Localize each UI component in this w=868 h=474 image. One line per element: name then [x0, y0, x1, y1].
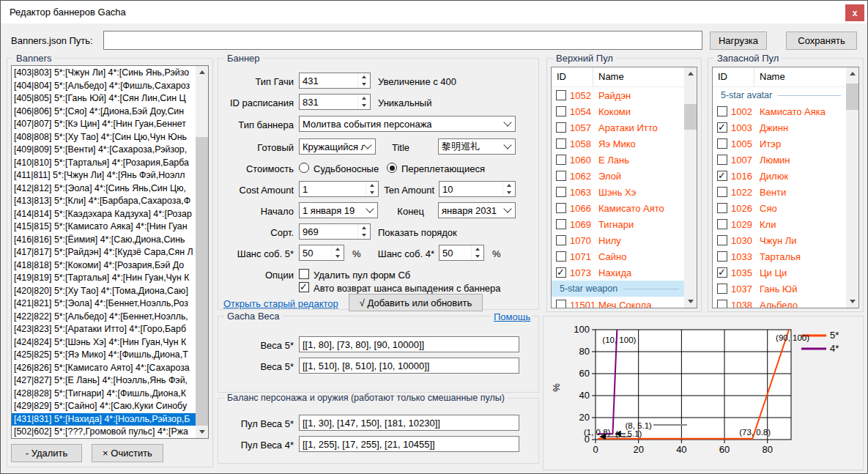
pool-item-checkbox[interactable]	[717, 284, 727, 294]
pool-row[interactable]: 1070Нилу	[552, 232, 684, 248]
upper-pool-scrollbar[interactable]	[684, 67, 697, 308]
help-link[interactable]: Помощь	[492, 311, 532, 322]
title-select[interactable]: 黎明巡礼	[438, 138, 516, 155]
pool-item-checkbox[interactable]	[556, 300, 566, 308]
schedule-id-stepper[interactable]	[299, 94, 371, 110]
banner-list-item[interactable]: [409|809] 5*:[Венти] 4*:[Сахароза,Рэйзор…	[12, 144, 196, 157]
banner-list-item[interactable]: [405|805] 5*:[Гань Юй] 4*:[Сян Лин,Син Ц	[12, 92, 196, 105]
spin-down-icon[interactable]	[332, 253, 344, 260]
reserve-pool-scrollbar[interactable]	[846, 67, 858, 308]
cost-amount-input[interactable]	[300, 182, 366, 196]
banner-list-item[interactable]: [420|820] 5*:[Ху Тао] 4*:[Тома,Диона,Саю…	[12, 285, 196, 298]
pool-row[interactable]: 1063Шэнь Хэ	[552, 184, 684, 200]
scroll-down-icon[interactable]	[684, 295, 697, 308]
banner-list-item[interactable]: [425|825] 5*:[Яэ Мико] 4*:[Фишль,Диона,Т	[12, 349, 196, 362]
spin-up-icon[interactable]	[358, 224, 370, 232]
pool-row[interactable]: 1071Сайно	[552, 248, 684, 264]
weights4-input[interactable]	[299, 358, 519, 374]
pool-row[interactable]: 1038Альбедо	[713, 297, 846, 308]
pool-item-checkbox[interactable]	[717, 138, 727, 149]
pool-item-checkbox[interactable]	[556, 138, 566, 149]
pool-weights4-input[interactable]	[299, 436, 519, 452]
sort-input[interactable]	[300, 224, 357, 239]
pool-row[interactable]: 1062Элой	[552, 168, 684, 184]
banner-list-item[interactable]: [415|815] 5*:[Камисато Аяка] 4*:[Нин Гуа…	[12, 221, 196, 234]
gacha-type-input[interactable]	[300, 73, 357, 88]
banner-list-item[interactable]: [429|829] 5*:[Сайно] 4*:[Саю,Куки Синобу	[12, 400, 196, 413]
pool-item-checkbox[interactable]	[717, 155, 727, 165]
banner-list-item[interactable]: [428|828] 5*:[Тигнари] 4*:[Фишль,Диона,К	[12, 388, 196, 401]
pool-row[interactable]: 1033Тарталья	[713, 248, 846, 264]
banner-list-item[interactable]: [417|817] 5*:[Райдэн] 4*:[Кудзё Сара,Сян…	[12, 246, 196, 259]
pool-weights5-input[interactable]	[299, 415, 519, 431]
pool-item-checkbox[interactable]	[556, 251, 566, 262]
banner-list-item[interactable]: [407|807] 5*:[Кэ Цин] 4*:[Нин Гуан,Бенне…	[12, 118, 196, 131]
banner-list-item[interactable]: [403|803] 5*:[Чжун Ли] 4*:[Синь Янь,Рэйз…	[12, 67, 196, 80]
banner-list-item[interactable]: [502|602] 5*:[???,Громовой пульс] 4*:[Рж…	[12, 426, 196, 437]
column-id[interactable]: ID	[713, 67, 754, 86]
spin-down-icon[interactable]	[358, 102, 370, 109]
pool-item-checkbox[interactable]	[717, 219, 727, 229]
spin-up-icon[interactable]	[358, 73, 370, 81]
delete-banner-button[interactable]: - Удалить	[11, 444, 82, 462]
banner-list-item[interactable]: [404|804] 5*:[Альбедо] 4*:[Фишль,Сахароз	[12, 80, 196, 93]
pool-item-checkbox[interactable]	[717, 171, 727, 181]
sort-stepper[interactable]	[299, 223, 371, 240]
ten-amount-input[interactable]	[439, 182, 502, 196]
column-name[interactable]: Name	[754, 67, 785, 86]
pool-row[interactable]: 1022Венти	[713, 184, 846, 200]
pool-item-checkbox[interactable]	[717, 235, 727, 245]
pool-section-header[interactable]: 5-star weapon	[552, 281, 684, 297]
pool-item-checkbox[interactable]	[556, 155, 566, 165]
pool-item-checkbox[interactable]	[556, 171, 566, 181]
spin-up-icon[interactable]	[358, 95, 370, 102]
pool-row[interactable]: 1003Джинн	[713, 119, 846, 136]
pool-item-checkbox[interactable]	[556, 187, 566, 197]
pool-row[interactable]: 1037Гань Юй	[713, 281, 846, 297]
weights5-input[interactable]	[299, 336, 519, 352]
chance4-stepper[interactable]	[439, 245, 484, 261]
end-date-select[interactable]: января 2031	[438, 202, 516, 218]
banner-list-item[interactable]: [421|821] 5*:[Эола] 4*:[Беннет,Ноэлль,Ро…	[12, 297, 196, 311]
old-editor-link[interactable]: Открыть старый редактор	[222, 298, 340, 309]
banner-list-item[interactable]: [422|822] 5*:[Альбедо] 4*:[Беннет,Ноэлль…	[12, 311, 196, 324]
banner-type-select[interactable]: Молитва события персонажа	[299, 116, 516, 132]
spin-up-icon[interactable]	[503, 182, 515, 189]
banner-list-item[interactable]: [408|808] 5*:[Ху Тао] 4*:[Син Цю,Чун Юнь	[12, 131, 196, 144]
pool-item-checkbox[interactable]	[717, 203, 727, 213]
pool-row[interactable]: 1016Дилюк	[713, 168, 846, 184]
load-button[interactable]: Нагрузка	[710, 32, 767, 50]
pool-item-checkbox[interactable]	[556, 267, 566, 278]
banner-list-item[interactable]: [419|819] 5*:[Тарталья] 4*:[Нин Гуан,Чун…	[12, 272, 196, 285]
banner-list-item[interactable]: [406|806] 5*:[Сяо] 4*:[Диона,Бэй Доу,Син	[12, 105, 196, 119]
schedule-id-input[interactable]	[300, 95, 357, 109]
pool-item-checkbox[interactable]	[556, 235, 566, 245]
pool-item-checkbox[interactable]	[717, 122, 727, 133]
banner-list-item[interactable]: [416|816] 5*:[Ёимия] 4*:[Саю,Диона,Синь	[12, 234, 196, 247]
spin-down-icon[interactable]	[472, 253, 483, 260]
banner-list-item[interactable]: [410|810] 5*:[Тарталья] 4*:[Розария,Барб…	[12, 157, 196, 170]
pool-row[interactable]: 1066Камисато Аято	[552, 200, 684, 216]
scrollbar-thumb[interactable]	[196, 137, 208, 429]
chance4-input[interactable]	[439, 245, 471, 260]
pool-item-checkbox[interactable]	[556, 219, 566, 229]
prefab-select[interactable]: Кружащийся л	[299, 138, 376, 155]
ten-amount-stepper[interactable]	[439, 181, 516, 197]
pool-row[interactable]: 11501Меч Сокола	[552, 297, 684, 308]
banner-list-item[interactable]: [418|818] 5*:[Кокоми] 4*:[Розария,Бэй До	[12, 259, 196, 273]
banner-list-item[interactable]: [413|813] 5*:[Кли] 4*:[Барбара,Сахароза,…	[12, 195, 196, 208]
pool-row[interactable]: 1054Кокоми	[552, 103, 684, 119]
auto-return-checkbox[interactable]	[299, 282, 309, 292]
pool-row[interactable]: 1026Сяо	[713, 200, 846, 216]
pool-item-checkbox[interactable]	[717, 106, 727, 116]
cost-radio-fate[interactable]	[299, 163, 309, 173]
pool-row[interactable]: 1060Е Лань	[552, 152, 684, 168]
pool-item-checkbox[interactable]	[556, 106, 566, 116]
save-button[interactable]: Сохранять	[786, 32, 857, 50]
scroll-down-icon[interactable]	[846, 295, 858, 308]
add-update-button[interactable]: √ Добавить или обновить	[349, 294, 483, 311]
banner-list-item[interactable]: [414|814] 5*:[Каэдэхара Кадзуха] 4*:[Роз…	[12, 208, 196, 221]
pool-row[interactable]: 1052Райдэн	[552, 87, 684, 103]
pool-row[interactable]: 1073Нахида	[552, 264, 684, 281]
clear-banners-button[interactable]: × Очистить	[92, 444, 163, 462]
